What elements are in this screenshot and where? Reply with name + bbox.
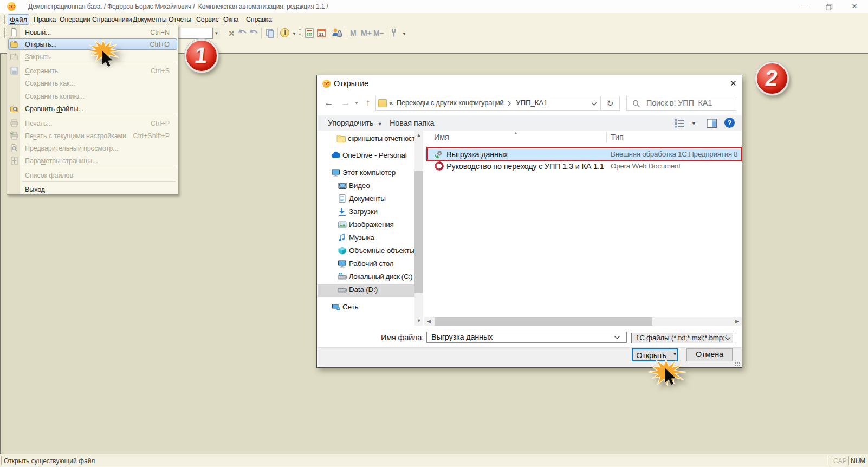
svg-text:31: 31: [319, 32, 324, 37]
